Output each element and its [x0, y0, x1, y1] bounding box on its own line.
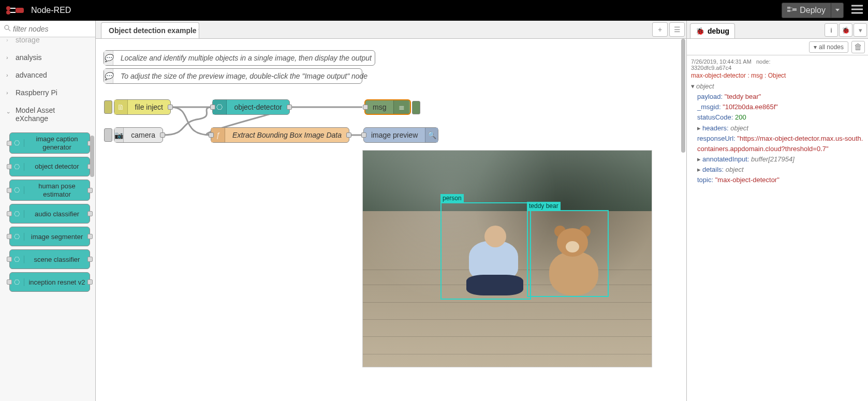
- node-label: msg: [365, 103, 393, 111]
- debug-toggle-button[interactable]: [412, 101, 420, 114]
- bug-icon: 🐞: [842, 26, 850, 34]
- node-icon: ⎔: [10, 210, 24, 218]
- palette-sidebar: ›storage ›analysis ›advanced ›Raspberry …: [0, 21, 96, 401]
- comment-text: Localize and identify multiple objects i…: [113, 54, 379, 62]
- debug-message-meta: 7/26/2019, 10:44:31 AM node:: [691, 58, 864, 65]
- palette-filter-input[interactable]: [13, 25, 91, 33]
- filter-label: all nodes: [819, 43, 844, 51]
- node-label: file inject: [128, 103, 170, 111]
- sidebar-more-button[interactable]: ▾: [854, 23, 867, 37]
- app-title: Node-RED: [31, 6, 71, 15]
- debug-clear-button[interactable]: 🗑: [851, 41, 865, 53]
- node-label: image preview: [364, 131, 425, 139]
- palette-category-raspberrypi[interactable]: ›Raspberry Pi: [0, 84, 95, 101]
- svg-rect-5: [792, 8, 797, 11]
- workspace: Object detection example flow + ☰ 💬 Loca…: [96, 21, 687, 401]
- magnify-icon: 🔍: [425, 128, 438, 142]
- tab-debug[interactable]: 🐞 debug: [690, 23, 735, 38]
- debug-source: max-object-detector : msg : Object: [691, 72, 864, 79]
- list-icon: ☰: [674, 25, 681, 34]
- svg-rect-3: [787, 7, 790, 9]
- k: topic:: [697, 176, 713, 184]
- category-label: Raspberry Pi: [16, 88, 57, 97]
- palette-node-object-detector[interactable]: ⎔object detector: [9, 157, 90, 176]
- v: object: [730, 124, 748, 132]
- k: annotatedInput:: [702, 155, 749, 163]
- k: headers:: [702, 124, 729, 132]
- main-menu-button[interactable]: [851, 5, 863, 16]
- palette-node-human-pose[interactable]: ⎔human pose estimator: [9, 180, 90, 201]
- category-label: analysis: [16, 53, 42, 62]
- debug-toolbar: ▾ all nodes 🗑: [687, 39, 868, 55]
- palette-scrollbar[interactable]: [90, 136, 94, 177]
- debug-node-id[interactable]: 3320dfc9.a67c4: [691, 65, 864, 71]
- comment-node-1[interactable]: 💬 Localize and identify multiple objects…: [104, 50, 375, 66]
- add-flow-button[interactable]: +: [652, 22, 668, 37]
- node-icon: ⎔: [10, 186, 24, 194]
- k: statusCode:: [697, 113, 733, 121]
- canvas-scrollbar[interactable]: [681, 39, 685, 153]
- hamburger-icon: [851, 5, 863, 14]
- bbox-label: person: [440, 194, 464, 202]
- palette-node-image-caption[interactable]: ⎔image caption generator: [9, 132, 90, 154]
- node-icon: ⎔: [10, 139, 24, 147]
- function-node-extract[interactable]: ƒ Extract Bounding Box Image Data: [211, 127, 349, 143]
- object-detector-node[interactable]: ⎔ object-detector: [212, 99, 290, 115]
- v: 200: [735, 113, 746, 121]
- flow-list-button[interactable]: ☰: [669, 22, 685, 37]
- bbox-label: teddy bear: [527, 202, 561, 210]
- sidebar-info-button[interactable]: i: [825, 23, 838, 37]
- image-preview-node[interactable]: image preview 🔍: [363, 127, 438, 143]
- app-header: Node-RED Deploy: [0, 0, 868, 21]
- obj-root: object: [696, 82, 714, 90]
- camera-trigger-button[interactable]: [104, 128, 112, 142]
- palette-categories: ›storage ›analysis ›advanced ›Raspberry …: [0, 37, 95, 401]
- sidebar-debug-button[interactable]: 🐞: [839, 23, 852, 37]
- camera-node[interactable]: 📷 camera: [114, 127, 163, 143]
- category-label: advanced: [16, 71, 47, 79]
- node-label: object detector: [24, 160, 90, 173]
- v: buffer[217954]: [751, 155, 795, 163]
- palette-category-advanced[interactable]: ›advanced: [0, 66, 95, 84]
- image-preview-output: person teddy bear: [362, 150, 652, 367]
- palette-category-storage[interactable]: ›storage: [0, 37, 95, 49]
- palette-category-max[interactable]: ›Model Asset eXchange: [0, 101, 95, 127]
- svg-rect-2: [16, 8, 24, 13]
- file-inject-node[interactable]: 🗎 file inject: [114, 99, 171, 115]
- comment-node-2[interactable]: 💬 To adjust the size of the preview imag…: [104, 68, 362, 84]
- palette-search[interactable]: [0, 21, 95, 37]
- workspace-tabs: Object detection example flow + ☰: [96, 21, 686, 39]
- v: object: [726, 166, 744, 173]
- v: "max-object-detector": [715, 176, 779, 184]
- node-label: camera: [124, 131, 163, 139]
- tab-label: debug: [708, 27, 729, 35]
- inject-button[interactable]: [104, 100, 112, 114]
- debug-filter-button[interactable]: ▾ all nodes: [809, 41, 848, 53]
- palette-category-analysis[interactable]: ›analysis: [0, 49, 95, 66]
- node-label: object-detector: [227, 103, 289, 111]
- flow-canvas[interactable]: 💬 Localize and identify multiple objects…: [96, 39, 686, 401]
- svg-point-0: [6, 6, 10, 10]
- palette-node-audio-classifier[interactable]: ⎔audio classifier: [9, 204, 90, 224]
- k: responseUrl:: [697, 135, 735, 142]
- comment-icon: 💬: [104, 51, 113, 65]
- trash-icon: 🗑: [854, 42, 862, 52]
- palette-node-inception[interactable]: ⎔inception resnet v2: [9, 272, 90, 292]
- camera-icon: 📷: [114, 128, 124, 142]
- palette-node-image-segmenter[interactable]: ⎔image segmenter: [9, 227, 90, 246]
- flow-tab[interactable]: Object detection example flow: [101, 22, 199, 38]
- deploy-button[interactable]: Deploy: [782, 3, 844, 18]
- debug-msg-node[interactable]: msg ≣: [364, 99, 411, 115]
- v: "10f2b0da.ee865f": [723, 103, 778, 111]
- v: "teddy bear": [725, 93, 761, 100]
- file-icon: 🗎: [114, 100, 128, 114]
- node-label: inception resnet v2: [24, 276, 90, 289]
- node-label: image segmenter: [24, 231, 90, 243]
- plus-icon: +: [658, 25, 662, 34]
- debug-object[interactable]: ▾object payload: "teddy bear" _msgid: "1…: [691, 81, 864, 185]
- palette-node-scene-classifier[interactable]: ⎔scene classifier: [9, 249, 90, 269]
- palette-max-nodes: ⎔image caption generator ⎔object detecto…: [0, 127, 95, 300]
- deploy-caret[interactable]: [831, 3, 843, 18]
- node-label: Extract Bounding Box Image Data: [225, 131, 349, 139]
- category-label: Model Asset eXchange: [16, 106, 89, 123]
